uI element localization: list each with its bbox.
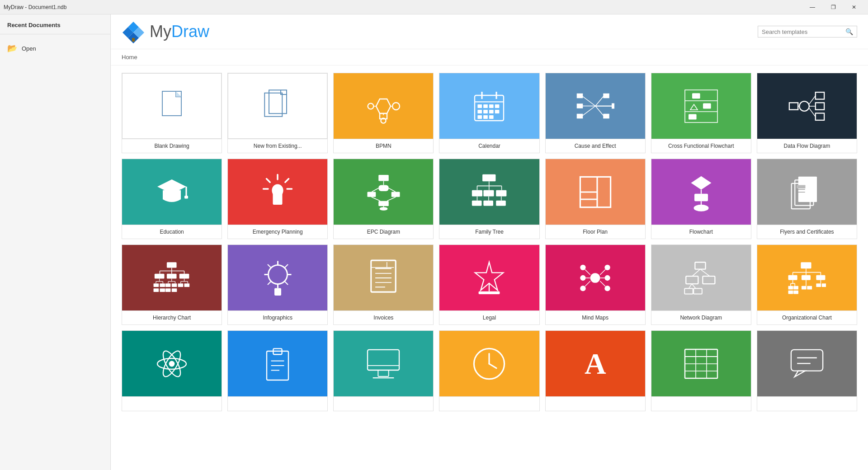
card-label: BPMN: [334, 139, 433, 153]
svg-rect-232: [791, 349, 823, 371]
card-thumbnail: [651, 245, 751, 310]
svg-line-74: [389, 188, 396, 192]
svg-line-183: [692, 284, 696, 288]
template-card-flyers-certs[interactable]: Flyers and Certificates: [757, 159, 857, 239]
svg-line-179: [700, 269, 710, 276]
svg-rect-140: [171, 288, 177, 292]
card-label: Blank Drawing: [122, 139, 222, 153]
template-card-epc-diagram[interactable]: EPC Diagram: [333, 159, 434, 239]
sidebar-title: Recent Documents: [0, 22, 110, 34]
svg-line-151: [284, 281, 288, 285]
svg-line-172: [600, 269, 605, 275]
search-box: 🔍: [758, 26, 857, 38]
svg-rect-95: [483, 201, 493, 206]
svg-line-174: [600, 281, 605, 286]
svg-point-166: [604, 264, 610, 270]
restore-button[interactable]: ❐: [823, 0, 844, 14]
svg-rect-33: [612, 103, 614, 109]
svg-rect-30: [484, 115, 488, 119]
template-card-education[interactable]: Education: [122, 159, 222, 239]
card-thumbnail: [757, 73, 857, 139]
svg-rect-162: [479, 291, 500, 294]
card-label: [546, 396, 645, 411]
minimize-button[interactable]: —: [802, 0, 823, 14]
template-card-invoices[interactable]: Invoices: [333, 244, 434, 325]
svg-rect-26: [484, 110, 488, 113]
card-thumbnail: A: [546, 331, 645, 396]
svg-rect-48: [703, 103, 711, 108]
svg-rect-25: [478, 110, 482, 113]
svg-rect-152: [274, 288, 281, 296]
template-card-row4-5[interactable]: A: [545, 330, 646, 411]
svg-rect-28: [495, 110, 500, 113]
card-thumbnail: [546, 245, 645, 310]
svg-rect-205: [816, 283, 821, 287]
template-card-blank-drawing[interactable]: Blank Drawing: [122, 73, 222, 153]
svg-point-168: [604, 286, 610, 291]
svg-rect-52: [816, 92, 824, 99]
header: MyDraw 🔍: [111, 14, 868, 49]
svg-rect-220: [378, 370, 389, 376]
template-card-legal[interactable]: Legal: [439, 244, 539, 325]
svg-rect-8: [269, 90, 287, 113]
sidebar-item-open-label: Open: [22, 45, 36, 52]
svg-rect-72: [378, 185, 389, 192]
template-card-emergency-planning[interactable]: Emergency Planning: [227, 159, 328, 239]
sidebar-item-open[interactable]: 📂 Open: [0, 40, 110, 57]
svg-marker-233: [795, 371, 805, 376]
close-button[interactable]: ✕: [844, 0, 864, 14]
card-label: Organizational Chart: [757, 310, 857, 324]
template-grid: Blank Drawing New from Existing... BPMN: [122, 73, 857, 411]
template-card-org-chart[interactable]: Organizational Chart: [757, 244, 857, 325]
open-folder-icon: 📂: [7, 43, 17, 53]
svg-marker-10: [376, 99, 391, 113]
template-card-infographics[interactable]: Infographics: [227, 244, 328, 325]
template-card-family-tree[interactable]: Family Tree: [439, 159, 539, 239]
template-card-flowchart[interactable]: Flowchart: [651, 159, 751, 239]
card-thumbnail: [651, 159, 751, 225]
card-thumbnail: [334, 331, 433, 396]
card-label: Cause and Effect: [546, 139, 645, 153]
template-card-row4-3[interactable]: [333, 330, 434, 411]
template-card-cross-functional[interactable]: Cross Functional Flowchart: [651, 73, 751, 153]
template-card-new-from-existing[interactable]: New from Existing...: [227, 73, 328, 153]
search-input[interactable]: [762, 28, 845, 35]
template-card-mind-maps[interactable]: Mind Maps: [545, 244, 646, 325]
template-card-row4-4[interactable]: [439, 330, 539, 411]
card-label: Infographics: [228, 310, 327, 324]
card-label: Family Tree: [439, 225, 539, 239]
template-card-row4-6[interactable]: [651, 330, 751, 411]
template-card-cause-effect[interactable]: Cause and Effect: [545, 73, 646, 153]
template-card-network-diagram[interactable]: Network Diagram: [651, 244, 751, 325]
card-label: [334, 396, 433, 411]
template-card-floor-plan[interactable]: Floor Plan: [545, 159, 646, 239]
template-card-hierarchy-chart[interactable]: Hierarchy Chart: [122, 244, 222, 325]
card-thumbnail: [439, 73, 539, 139]
template-card-row4-2[interactable]: [227, 330, 328, 411]
svg-rect-76: [392, 192, 400, 197]
template-card-bpmn[interactable]: BPMN: [333, 73, 434, 153]
svg-rect-119: [166, 273, 176, 278]
card-thumbnail: [122, 73, 222, 139]
card-label: Invoices: [334, 310, 433, 324]
svg-rect-103: [694, 193, 708, 201]
svg-rect-4: [132, 38, 135, 42]
template-card-data-flow[interactable]: Data Flow Diagram: [757, 73, 857, 153]
template-card-calendar[interactable]: Calendar: [439, 73, 539, 153]
logo-icon: [122, 20, 145, 43]
card-thumbnail: [334, 159, 433, 225]
svg-rect-96: [496, 201, 506, 206]
svg-rect-141: [153, 288, 159, 292]
template-card-row4-1[interactable]: [122, 330, 222, 411]
svg-rect-138: [184, 283, 189, 287]
breadcrumb: Home: [111, 49, 868, 66]
svg-line-175: [585, 281, 590, 286]
card-thumbnail: [334, 245, 433, 310]
svg-point-143: [268, 265, 287, 284]
template-card-row4-7[interactable]: [757, 330, 857, 411]
card-thumbnail: [122, 159, 222, 225]
svg-rect-218: [368, 349, 399, 370]
svg-rect-82: [482, 174, 495, 181]
card-label: [439, 396, 539, 411]
card-label: Emergency Planning: [228, 225, 327, 239]
